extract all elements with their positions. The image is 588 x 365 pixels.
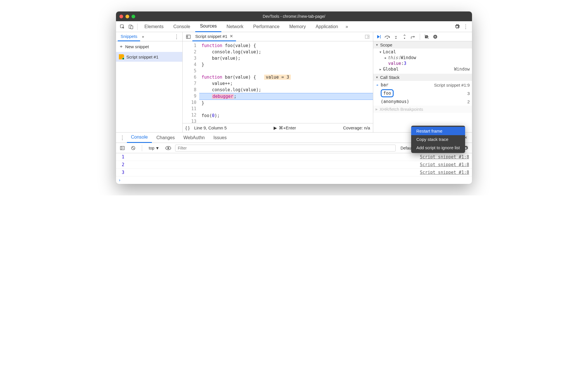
- window-title: DevTools - chrome://new-tab-page/: [116, 14, 472, 19]
- debug-toolbar: [373, 32, 472, 41]
- console-sidebar-icon[interactable]: [118, 144, 126, 152]
- svg-rect-2: [131, 26, 133, 29]
- scope-variable[interactable]: this: Window: [373, 55, 472, 61]
- ctx-restart-frame[interactable]: Restart frame: [411, 127, 465, 135]
- chevron-right-icon: [376, 108, 378, 111]
- file-tab[interactable]: Script snippet #1 ✕: [192, 32, 236, 41]
- new-snippet-label: New snippet: [125, 44, 149, 49]
- toggle-debugger-icon[interactable]: [363, 33, 371, 41]
- snippet-file-icon: [119, 54, 124, 59]
- scope-section-header[interactable]: Scope: [373, 41, 472, 48]
- console-source-link[interactable]: Script snippet #1:8: [420, 154, 469, 160]
- step-over-icon[interactable]: [384, 33, 391, 40]
- step-into-icon[interactable]: [392, 33, 400, 40]
- editor-tab-bar: Script snippet #1 ✕: [183, 32, 373, 41]
- main-tab-bar: Elements Console Sources Network Perform…: [116, 21, 472, 32]
- snippets-tab[interactable]: Snippets: [118, 32, 140, 41]
- code-editor[interactable]: 12345678910111213 function foo(value) { …: [183, 41, 373, 123]
- console-source-link[interactable]: Script snippet #1:8: [420, 170, 469, 175]
- run-snippet-icon[interactable]: ▶: [274, 125, 277, 131]
- cursor-position: Line 9, Column 5: [194, 125, 227, 130]
- titlebar: DevTools - chrome://new-tab-page/: [116, 11, 472, 21]
- drawer-tab-changes[interactable]: Changes: [152, 133, 179, 143]
- svg-rect-12: [436, 36, 436, 38]
- drawer-more-icon[interactable]: ⋮: [118, 134, 126, 142]
- chevron-down-icon: [376, 43, 378, 46]
- editor-pane: Script snippet #1 ✕ 12345678910111213 fu…: [183, 32, 373, 132]
- context-menu: Restart frame Copy stack trace Add scrip…: [411, 126, 465, 153]
- console-source-link[interactable]: Script snippet #1:8: [420, 162, 469, 167]
- svg-point-10: [433, 35, 437, 39]
- tab-elements[interactable]: Elements: [140, 21, 168, 32]
- navigator-tabs: Snippets » ⋮: [116, 32, 182, 41]
- editor-status-bar: { } Line 9, Column 5 ▶ ⌘+Enter Coverage:…: [183, 123, 373, 132]
- chevron-down-icon: ▼: [155, 146, 159, 150]
- pretty-print-icon[interactable]: { }: [185, 125, 189, 130]
- svg-rect-13: [120, 146, 124, 150]
- step-out-icon[interactable]: [401, 33, 408, 40]
- console-row[interactable]: 2 Script snippet #1:8: [116, 161, 472, 169]
- step-icon[interactable]: [409, 33, 417, 40]
- tab-console[interactable]: Console: [169, 21, 195, 32]
- tab-network[interactable]: Network: [222, 21, 248, 32]
- code-content: function foo(value) { console.log(value)…: [199, 41, 373, 123]
- devtools-window: DevTools - chrome://new-tab-page/ Elemen…: [116, 11, 472, 184]
- main-tabs-overflow[interactable]: »: [343, 21, 350, 32]
- more-menu-icon[interactable]: ⋮: [462, 23, 470, 31]
- console-row[interactable]: 1 Script snippet #1:8: [116, 153, 472, 161]
- inspect-element-icon[interactable]: [118, 23, 126, 31]
- new-snippet-button[interactable]: ＋ New snippet: [116, 41, 182, 52]
- debugger-sidebar: Scope Local this: Window value: 3: [373, 32, 472, 132]
- drawer-tab-issues[interactable]: Issues: [209, 133, 231, 143]
- console-filter-input[interactable]: [175, 145, 396, 152]
- callstack-frame[interactable]: (anonymous) 2: [373, 98, 472, 105]
- snippet-item-label: Script snippet #1: [126, 55, 158, 59]
- scope-body: Local this: Window value: 3 Global Windo…: [373, 48, 472, 74]
- tab-memory[interactable]: Memory: [285, 21, 310, 32]
- ctx-add-ignore-list[interactable]: Add script to ignore list: [411, 143, 465, 152]
- chevron-right-icon: [385, 56, 386, 59]
- callstack-frame[interactable]: ➔ bar Script snippet #1:9: [373, 81, 472, 88]
- svg-rect-11: [435, 36, 435, 38]
- device-toolbar-icon[interactable]: [127, 23, 135, 31]
- settings-icon[interactable]: [453, 23, 461, 31]
- tab-application[interactable]: Application: [311, 21, 343, 32]
- callstack-frame[interactable]: foo 3: [373, 88, 472, 98]
- run-shortcut: ⌘+Enter: [279, 125, 296, 131]
- deactivate-breakpoints-icon[interactable]: [423, 33, 430, 40]
- chevron-down-icon: [376, 76, 378, 79]
- current-frame-icon: ➔: [376, 83, 381, 87]
- chevron-right-icon: [380, 68, 381, 71]
- drawer-tab-console[interactable]: Console: [127, 133, 152, 143]
- tab-performance[interactable]: Performance: [249, 21, 284, 32]
- svg-point-9: [411, 37, 412, 38]
- tab-sources[interactable]: Sources: [195, 21, 221, 32]
- callstack-section-header[interactable]: Call Stack: [373, 74, 472, 81]
- xhr-section-header[interactable]: XHR/fetch Breakpoints: [373, 106, 472, 113]
- scope-variable[interactable]: value: 3: [373, 61, 472, 66]
- close-tab-icon[interactable]: ✕: [230, 34, 233, 38]
- coverage-status: Coverage: n/a: [343, 125, 370, 130]
- chevron-down-icon: [380, 51, 381, 54]
- svg-rect-5: [380, 35, 381, 38]
- context-selector[interactable]: top ▼: [147, 145, 161, 152]
- scope-global-header[interactable]: Global Window: [373, 66, 472, 72]
- navigator-overflow[interactable]: »: [142, 34, 144, 39]
- scope-local-header[interactable]: Local: [373, 49, 472, 55]
- console-row[interactable]: 3 Script snippet #1:8: [116, 169, 472, 176]
- file-tab-label: Script snippet #1: [195, 34, 227, 39]
- selected-frame-highlight: foo: [381, 89, 394, 97]
- resume-icon[interactable]: [375, 33, 382, 40]
- snippet-item[interactable]: Script snippet #1: [116, 52, 182, 62]
- clear-console-icon[interactable]: [129, 144, 137, 152]
- ctx-copy-stack-trace[interactable]: Copy stack trace: [411, 135, 465, 143]
- console-prompt[interactable]: ›: [116, 176, 472, 184]
- inline-value-hint: value = 3: [264, 75, 291, 80]
- toggle-navigator-icon[interactable]: [184, 33, 192, 41]
- svg-point-8: [404, 38, 405, 39]
- drawer-tab-webauthn[interactable]: WebAuthn: [179, 133, 209, 143]
- live-expression-icon[interactable]: [164, 144, 172, 152]
- pause-exceptions-icon[interactable]: [432, 33, 439, 40]
- navigator-more-icon[interactable]: ⋮: [173, 33, 181, 41]
- callstack-body: ➔ bar Script snippet #1:9 foo 3 (anonymo…: [373, 81, 472, 106]
